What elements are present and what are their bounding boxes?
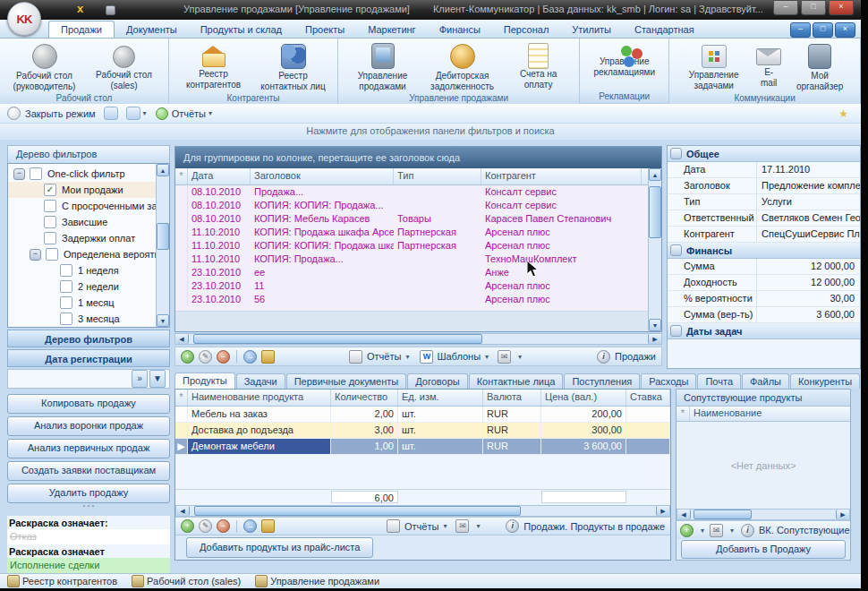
edit-product-icon[interactable]: ✎ xyxy=(199,519,212,533)
column-header[interactable]: Заголовок xyxy=(251,168,394,184)
table-row[interactable]: 08.10.2010КОПИЯ: КОПИЯ: Продажа...Консал… xyxy=(175,199,661,212)
tab-5[interactable]: Контактные лица xyxy=(469,373,564,389)
tab-3[interactable]: Первичные документы xyxy=(286,373,407,389)
status-bar-item[interactable]: Реестр контрагентов xyxy=(7,575,117,587)
grid-reports-button[interactable]: Отчёты xyxy=(367,351,401,362)
tab-1[interactable]: Продукты xyxy=(174,373,235,389)
table-row[interactable]: 23.10.201056Арсенал плюс xyxy=(175,293,661,306)
property-group-header[interactable]: Общее xyxy=(668,146,860,162)
scroll-left-icon[interactable]: ◀ xyxy=(677,510,691,519)
tree-item[interactable]: 2 недели xyxy=(8,278,157,295)
products-mail-icon[interactable]: ✉ xyxy=(455,519,469,533)
scroll-left-icon[interactable]: ◀ xyxy=(175,334,189,344)
add-record-icon[interactable]: + xyxy=(181,350,194,364)
mail-caret-icon[interactable]: ▾ xyxy=(518,353,522,361)
action-button[interactable]: Анализ воронки продаж xyxy=(7,416,170,436)
status-bar-item[interactable]: Управление продажами xyxy=(255,575,379,587)
ribbon-button[interactable]: Реестр контактных лиц xyxy=(253,40,333,92)
related-hscrollbar[interactable]: ◀ ▶ xyxy=(677,509,850,520)
column-header[interactable]: Ед. изм. xyxy=(398,390,483,406)
ribbon-tab-5[interactable]: Маркетинг xyxy=(356,21,427,38)
checkbox[interactable] xyxy=(44,232,56,244)
close-mode-button[interactable]: Закрыть режим xyxy=(25,108,96,119)
table-row[interactable]: 11.10.2010КОПИЯ: КОПИЯ: Продажа шкафа Ар… xyxy=(175,239,661,253)
related-mail-icon[interactable]: ✉ xyxy=(710,524,723,537)
status-bar-item[interactable]: Рабочий стол (sales) xyxy=(132,575,241,587)
ribbon-button[interactable]: Счета на оплату xyxy=(502,40,574,90)
window-close-button[interactable]: × xyxy=(829,0,854,15)
action-button[interactable]: Создать заявки поставщикам xyxy=(7,461,170,481)
ribbon-tab-3[interactable]: Продукты и склад xyxy=(189,21,294,38)
ribbon-tab-9[interactable]: Стандартная xyxy=(623,21,706,38)
mdi-close-button[interactable]: × xyxy=(835,22,855,38)
ribbon-button[interactable]: Рабочий стол (sales) xyxy=(84,40,164,91)
table-row[interactable]: 11.10.2010КОПИЯ: Продажа шкафа АрсеналПа… xyxy=(175,226,661,239)
sort-icon[interactable] xyxy=(104,107,118,120)
action-button[interactable]: Копировать продажу xyxy=(7,394,170,414)
add-product-icon[interactable]: + xyxy=(181,519,194,533)
related-mail-caret-icon[interactable]: ▾ xyxy=(730,527,734,535)
filter-tree-scrollbar[interactable]: ▲ ▼ xyxy=(156,164,169,327)
table-row[interactable]: 08.10.2010КОПИЯ: Мебель КарасевТоварыКар… xyxy=(175,212,661,226)
reports-caret-icon[interactable]: ▾ xyxy=(208,109,212,117)
property-row[interactable]: КонтрагентСпецСушиСервис Плю xyxy=(668,227,860,243)
scroll-down-icon[interactable]: ▼ xyxy=(649,319,661,331)
mdi-minimize-button[interactable]: – xyxy=(790,22,811,38)
mail-icon[interactable]: ✉ xyxy=(498,350,511,364)
products-reports-button[interactable]: Отчёты xyxy=(404,521,438,532)
tree-item[interactable]: 1 неделя xyxy=(8,262,157,278)
group-by-hint-bar[interactable]: Для группировки по колонке, перетащите е… xyxy=(175,147,661,168)
checkbox[interactable] xyxy=(60,296,72,309)
products-mail-caret-icon[interactable]: ▾ xyxy=(476,522,480,530)
tree-item[interactable]: С просроченными задача xyxy=(8,198,157,214)
checkbox[interactable] xyxy=(60,280,72,293)
tree-item[interactable]: 6 месяцев xyxy=(8,327,157,328)
property-row[interactable]: Доходность12 000,00 xyxy=(668,275,860,291)
view-options-icon[interactable] xyxy=(126,107,140,120)
products-hscrollbar[interactable]: ◀ ▶ xyxy=(175,505,670,517)
property-row[interactable]: Сумма12 000,00 xyxy=(668,259,860,275)
tab-8[interactable]: Почта xyxy=(697,373,741,389)
related-column-name[interactable]: Наименование xyxy=(690,407,762,421)
sales-grid-vscrollbar[interactable]: ▲ ▼ xyxy=(648,168,661,331)
property-row[interactable]: ОтветственныйСветляков Семен Гео xyxy=(668,210,860,227)
ribbon-tab-6[interactable]: Финансы xyxy=(428,21,492,38)
archive-icon[interactable] xyxy=(261,350,275,364)
tree-item[interactable]: Зависшие xyxy=(8,214,157,230)
checkbox[interactable] xyxy=(44,216,56,228)
goto-product-icon[interactable]: → xyxy=(243,519,257,533)
scroll-right-icon[interactable]: ▶ xyxy=(656,506,669,516)
scroll-up-icon[interactable]: ▲ xyxy=(649,168,661,181)
add-related-caret-icon[interactable]: ▾ xyxy=(701,527,704,535)
column-header[interactable]: Наименование продукта xyxy=(188,390,331,406)
table-row[interactable]: 11.10.2010КОПИЯ: Продажа...ТехноМашКомпл… xyxy=(175,253,661,266)
templates-button[interactable]: Шаблоны xyxy=(437,351,481,362)
price-list-icon[interactable] xyxy=(261,519,275,533)
tab-2[interactable]: Задачи xyxy=(236,373,285,389)
property-row[interactable]: ЗаголовокПредложение компле xyxy=(668,178,860,194)
expand-right-icon[interactable]: » xyxy=(132,370,148,388)
tab-4[interactable]: Договоры xyxy=(407,373,467,389)
column-header[interactable]: Цена (вал.) xyxy=(541,390,626,406)
checkbox[interactable] xyxy=(60,264,72,277)
quick-close-icon[interactable]: x xyxy=(77,2,83,15)
favorites-star-icon[interactable]: ★ xyxy=(838,107,848,120)
delete-record-icon[interactable]: − xyxy=(217,350,230,364)
tab-10[interactable]: Конкуренты xyxy=(790,373,860,389)
table-row[interactable]: ▶Демонтаж мебели1,00шт.RUR3 600,00 xyxy=(175,439,670,455)
column-header[interactable]: Тип xyxy=(394,168,481,184)
collapse-icon[interactable] xyxy=(670,244,682,256)
products-reports-caret-icon[interactable]: ▾ xyxy=(443,522,447,530)
checkbox[interactable] xyxy=(60,313,72,325)
property-row[interactable]: ТипУслуги xyxy=(668,194,860,210)
table-row[interactable]: 23.10.2010ееАнже xyxy=(175,266,661,279)
delete-product-icon[interactable]: − xyxy=(217,519,230,533)
collapse-button-icon[interactable]: − xyxy=(13,168,25,180)
property-group-header[interactable]: Финансы xyxy=(668,243,860,259)
add-from-pricelist-button[interactable]: Добавить продукты из прайс-листа xyxy=(186,537,373,558)
ribbon-button[interactable]: Управление задачами xyxy=(674,40,753,91)
quick-access-icon[interactable] xyxy=(106,5,115,15)
table-row[interactable]: Доставка до подъезда3,00шт.RUR300,00 xyxy=(175,423,670,439)
window-maximize-button[interactable]: □ xyxy=(801,0,826,15)
ribbon-tab-4[interactable]: Проекты xyxy=(294,21,356,38)
